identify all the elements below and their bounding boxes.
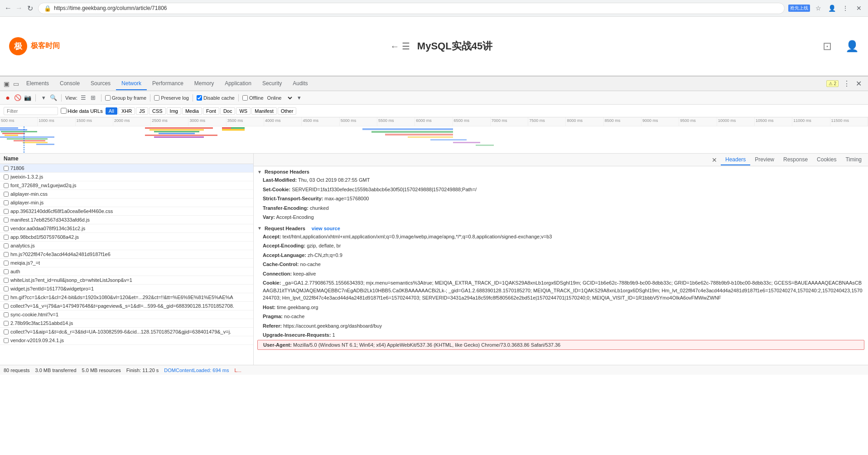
name-item-14[interactable]: widget.js?entId=161770&widgetpro=1 xyxy=(0,285,253,293)
back-button[interactable]: ← xyxy=(4,4,13,13)
bookmark-button[interactable]: ☆ xyxy=(813,3,824,14)
name-item-20[interactable]: vendor-v2019.09.24.1.js xyxy=(0,336,253,345)
name-item-checkbox-10[interactable] xyxy=(4,252,9,257)
name-item-checkbox-16[interactable] xyxy=(4,304,9,309)
tab-application[interactable]: Application xyxy=(219,77,257,90)
view-list-btn[interactable]: ☰ xyxy=(79,94,87,102)
name-item-9[interactable]: analytics.js xyxy=(0,242,253,250)
view-source-link[interactable]: view source xyxy=(312,226,340,231)
filter-other-btn[interactable]: Other xyxy=(278,107,297,115)
filter-js-btn[interactable]: JS xyxy=(136,107,148,115)
preserve-log-label[interactable]: Preserve log xyxy=(154,95,189,101)
name-item-15[interactable]: hm.gif?cc=1&ck=1&cl=24-bit&ds=1920x1080&… xyxy=(0,293,253,302)
preserve-log-checkbox[interactable] xyxy=(154,95,159,101)
name-item-checkbox-11[interactable] xyxy=(4,261,9,266)
name-item-checkbox-7[interactable] xyxy=(4,226,9,231)
forward-button[interactable]: → xyxy=(14,4,24,13)
name-item-5[interactable]: app.39632140dd6cf68f1a0cea8e6e4f460e.css xyxy=(0,207,253,216)
name-item-19[interactable]: collect?v=1&aip=1&t=dc&_r=3&tid=UA-10308… xyxy=(0,328,253,336)
name-item-6[interactable]: manifest.17eb82567d34333afd6d.js xyxy=(0,216,253,224)
tab-console[interactable]: Console xyxy=(54,77,85,90)
name-item-3[interactable]: aliplayer-min.css xyxy=(0,190,253,198)
filter-input[interactable] xyxy=(4,107,58,115)
filter-button[interactable]: ▾ xyxy=(39,94,48,102)
filter-xhr-btn[interactable]: XHR xyxy=(118,107,135,115)
name-item-checkbox-3[interactable] xyxy=(4,192,9,197)
tab-audits[interactable]: Audits xyxy=(287,77,313,90)
name-item-checkbox-1[interactable] xyxy=(4,174,9,179)
name-item-checkbox-9[interactable] xyxy=(4,243,9,248)
search-button[interactable]: 🔍 xyxy=(49,94,58,102)
name-item-checkbox-8[interactable] xyxy=(4,235,9,240)
clear-button[interactable]: 🚫 xyxy=(14,94,22,102)
tab-sources[interactable]: Sources xyxy=(85,77,116,90)
throttle-select[interactable]: Online Fast 3G Slow 3G xyxy=(265,95,294,101)
detail-tab-response[interactable]: Response xyxy=(779,155,812,165)
group-by-frame-label[interactable]: Group by frame xyxy=(105,95,146,101)
devtools-close-btn[interactable]: ✕ xyxy=(855,78,863,89)
hide-data-urls-label[interactable]: Hide data URLs xyxy=(61,108,103,114)
tab-elements[interactable]: Elements xyxy=(21,77,54,90)
detail-tab-cookies[interactable]: Cookies xyxy=(812,155,841,165)
name-item-checkbox-19[interactable] xyxy=(4,329,9,334)
name-item-1[interactable]: jweixin-1.3.2.js xyxy=(0,173,253,181)
detail-tab-preview[interactable]: Preview xyxy=(750,155,779,165)
back-nav-icon[interactable]: ← ☰ xyxy=(390,41,410,52)
offline-label[interactable]: Offline xyxy=(242,95,264,101)
name-item-checkbox-13[interactable] xyxy=(4,278,9,283)
name-item-12[interactable]: auth xyxy=(0,267,253,276)
name-item-7[interactable]: vendor.aa0daa078f9134c361c2.js xyxy=(0,224,253,233)
name-item-checkbox-15[interactable] xyxy=(4,295,9,300)
name-item-checkbox-14[interactable] xyxy=(4,286,9,291)
name-item-4[interactable]: aliplayer-min.js xyxy=(0,198,253,207)
camera-button[interactable]: 📷 xyxy=(24,94,32,102)
filter-css-btn[interactable]: CSS xyxy=(149,107,166,115)
name-item-checkbox-12[interactable] xyxy=(4,269,9,274)
name-item-16[interactable]: collect?v=1&_v=j79&a=1479497648&t=pagevi… xyxy=(0,302,253,310)
name-item-13[interactable]: whiteList.js?ent_id=null&jsonp_cb=whiteL… xyxy=(0,276,253,285)
name-item-8[interactable]: app.98bcbd1f507597608a42.js xyxy=(0,233,253,242)
filter-ws-btn[interactable]: WS xyxy=(236,107,251,115)
settings-button[interactable]: ⋮ xyxy=(840,3,851,14)
name-item-checkbox-0[interactable] xyxy=(4,166,9,171)
name-item-10[interactable]: hm.js?022f847c4e3acd44d4a2481d9187f1e6 xyxy=(0,250,253,259)
record-button[interactable]: ● xyxy=(4,94,12,102)
hide-data-urls-checkbox[interactable] xyxy=(61,108,67,114)
disable-cache-label[interactable]: Disable cache xyxy=(197,95,235,101)
profile-button[interactable]: 👤 xyxy=(826,3,837,14)
throttle-dropdown-btn[interactable]: ▾ xyxy=(295,94,304,102)
name-item-17[interactable]: sync-cookie.html?v=1 xyxy=(0,310,253,319)
name-item-checkbox-6[interactable] xyxy=(4,218,9,223)
name-item-18[interactable]: 2.78b99c3fac1251abbd14.js xyxy=(0,319,253,328)
detail-close-btn[interactable]: ✕ xyxy=(708,156,721,164)
tab-security[interactable]: Security xyxy=(257,77,287,90)
tab-network[interactable]: Network xyxy=(116,77,147,90)
filter-font-btn[interactable]: Font xyxy=(203,107,219,115)
reload-button[interactable]: ↻ xyxy=(25,4,34,13)
detail-tab-timing[interactable]: Timing xyxy=(841,155,866,165)
filter-img-btn[interactable]: Img xyxy=(167,107,181,115)
name-item-checkbox-4[interactable] xyxy=(4,200,9,205)
name-item-checkbox-2[interactable] xyxy=(4,183,9,188)
tab-memory[interactable]: Memory xyxy=(189,77,219,90)
address-bar[interactable]: 🔒 https://time.geekbang.org/column/artic… xyxy=(38,3,785,14)
name-item-11[interactable]: meiqia.js?_=t xyxy=(0,259,253,267)
name-item-checkbox-5[interactable] xyxy=(4,209,9,214)
translate-badge[interactable]: 抢先上线 xyxy=(788,5,810,12)
detail-tab-headers[interactable]: Headers xyxy=(721,155,750,165)
offline-checkbox[interactable] xyxy=(242,95,248,101)
name-item-checkbox-18[interactable] xyxy=(4,321,9,326)
filter-media-btn[interactable]: Media xyxy=(182,107,202,115)
more-actions-btn[interactable]: ⋮ xyxy=(842,78,851,89)
view-tree-btn[interactable]: ⊞ xyxy=(89,94,97,102)
filter-all-btn[interactable]: All xyxy=(106,107,117,115)
filter-manifest-btn[interactable]: Manifest xyxy=(251,107,277,115)
user-profile-icon[interactable]: ⊡ 👤 xyxy=(823,40,859,53)
tab-performance[interactable]: Performance xyxy=(147,77,189,90)
name-item-2[interactable]: font_372689_nw1guejwd2q.js xyxy=(0,181,253,190)
disable-cache-checkbox[interactable] xyxy=(197,95,202,101)
name-item-checkbox-17[interactable] xyxy=(4,312,9,317)
name-item-checkbox-20[interactable] xyxy=(4,338,9,343)
group-by-frame-checkbox[interactable] xyxy=(105,95,111,101)
close-button[interactable]: ✕ xyxy=(854,3,864,14)
